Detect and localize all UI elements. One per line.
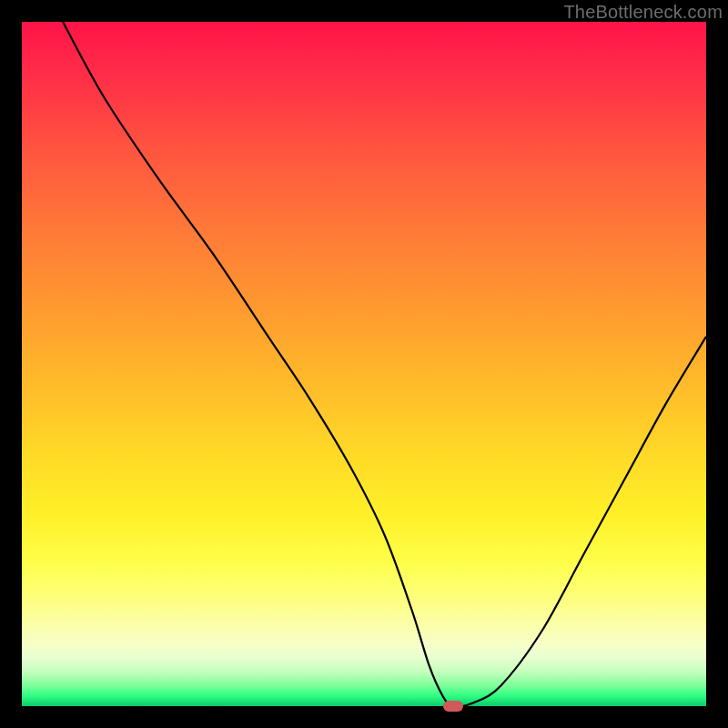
chart-frame: TheBottleneck.com — [0, 0, 728, 728]
optimum-marker — [443, 701, 463, 712]
watermark-text: TheBottleneck.com — [563, 2, 723, 23]
curve-path — [63, 22, 706, 706]
plot-area — [22, 22, 706, 706]
bottleneck-curve — [22, 22, 706, 706]
